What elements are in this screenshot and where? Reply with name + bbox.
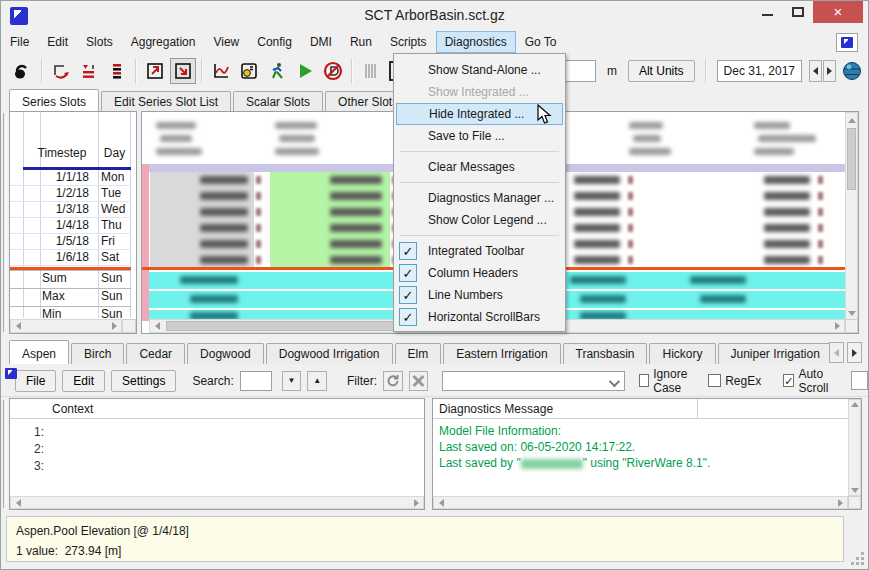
scroll-left-button[interactable] (150, 320, 164, 332)
filter-refresh-button[interactable] (383, 371, 403, 391)
menu-view[interactable]: View (204, 31, 248, 53)
ignore-case-checkbox[interactable] (639, 374, 649, 387)
summary-label[interactable]: Max (42, 289, 65, 303)
timestep-cell[interactable]: 1/3/18 (40, 202, 94, 216)
menu-item-line-numbers[interactable]: ✓Line Numbers (394, 284, 565, 306)
timestep-cell[interactable]: 1/6/18 (40, 250, 94, 264)
menu-scripts[interactable]: Scripts (381, 31, 436, 53)
tab-birch[interactable]: Birch (71, 343, 124, 364)
tab-hickory[interactable]: Hickory (649, 343, 715, 364)
scroll-left-button[interactable] (11, 497, 25, 508)
run-control-button[interactable] (264, 58, 290, 84)
scrollbar-thumb[interactable] (166, 321, 428, 331)
summary-row[interactable]: SumSun (10, 270, 131, 288)
regex-checkbox[interactable] (708, 374, 721, 387)
day-column-header[interactable]: Day (98, 146, 131, 160)
search-down-button[interactable]: ▼ (282, 371, 302, 391)
filter-clear-button[interactable] (409, 371, 429, 391)
open-slot-button[interactable] (142, 58, 168, 84)
scroll-up-button[interactable] (846, 113, 857, 127)
search-input[interactable] (240, 371, 272, 391)
menu-item-diagnostics-manager[interactable]: Diagnostics Manager ... (394, 187, 565, 209)
minimize-button[interactable] (753, 1, 783, 23)
plot-button[interactable] (208, 58, 234, 84)
scroll-left-button[interactable] (434, 497, 448, 508)
menu-config[interactable]: Config (248, 31, 301, 53)
tab-aspen[interactable]: Aspen (9, 340, 69, 364)
tab-dogwood-irrigation[interactable]: Dogwood Irrigation (266, 343, 393, 364)
menu-aggregation[interactable]: Aggregation (122, 31, 205, 53)
context-header-label[interactable]: Context (52, 402, 93, 416)
lock-button[interactable] (10, 58, 36, 84)
menu-file[interactable]: File (1, 31, 38, 53)
menu-item-clear-messages[interactable]: Clear Messages (394, 156, 565, 178)
stop-run-button[interactable] (320, 58, 346, 84)
menu-item-column-headers[interactable]: ✓Column Headers (394, 262, 565, 284)
sct-dialog-button[interactable] (236, 58, 262, 84)
close-button[interactable]: × (813, 1, 863, 23)
swap-rows-button[interactable] (48, 58, 74, 84)
tab-series-slots[interactable]: Series Slots (9, 89, 99, 111)
tab-elm[interactable]: Elm (395, 343, 442, 364)
menu-goto[interactable]: Go To (516, 31, 566, 53)
globe-icon[interactable] (842, 61, 862, 81)
menu-edit[interactable]: Edit (38, 31, 77, 53)
timestep-column-header[interactable]: Timestep (24, 146, 100, 160)
menu-item-show-stand-alone[interactable]: Show Stand-Alone ... (394, 59, 565, 81)
horizontal-scrollbar[interactable] (433, 496, 848, 509)
regex-option[interactable]: RegEx (708, 374, 761, 388)
menu-item-horizontal-scrollbars[interactable]: ✓Horizontal ScrollBars (394, 306, 565, 328)
date-field[interactable]: Dec 31, 2017 (717, 60, 802, 82)
message-header-label[interactable]: Diagnostics Message (439, 402, 553, 416)
timestep-cell[interactable]: 1/1/18 (40, 170, 94, 184)
scroll-right-button[interactable] (107, 320, 121, 332)
diag-edit-button[interactable]: Edit (62, 370, 105, 392)
scrollbar-thumb[interactable] (847, 128, 856, 190)
summary-row[interactable]: MaxSun (10, 288, 131, 306)
riverware-logo-button[interactable] (851, 371, 868, 390)
scroll-right-button[interactable] (409, 497, 423, 508)
scroll-left-button[interactable] (11, 320, 25, 332)
tab-eastern-irrigation[interactable]: Eastern Irrigation (443, 343, 560, 364)
splitter[interactable] (3, 113, 7, 332)
title-bar[interactable]: SCT ArborBasin.sct.gz × (1, 1, 868, 31)
table-row[interactable]: 1/3/18Wed (10, 202, 131, 218)
timestep-cell[interactable]: 1/2/18 (40, 186, 94, 200)
ignore-case-option[interactable]: Ignore Case (639, 367, 702, 395)
menu-dmi[interactable]: DMI (301, 31, 341, 53)
timestep-cell[interactable]: 1/5/18 (40, 234, 94, 248)
scroll-right-button[interactable] (833, 497, 847, 508)
menu-item-integrated-toolbar[interactable]: ✓Integrated Toolbar (394, 240, 565, 262)
menu-item-show-color-legend[interactable]: Show Color Legend ... (394, 209, 565, 231)
alt-units-button[interactable]: Alt Units (628, 60, 695, 82)
scroll-down-button[interactable] (849, 488, 860, 493)
scroll-down-button[interactable] (846, 306, 857, 320)
start-run-button[interactable] (292, 58, 318, 84)
vertical-scrollbar[interactable] (848, 399, 861, 496)
menu-diagnostics[interactable]: Diagnostics (436, 31, 516, 53)
tab-scroll-left-button[interactable] (829, 342, 844, 363)
table-row[interactable]: 1/5/18Fri (10, 234, 131, 250)
resize-grip[interactable] (850, 551, 864, 565)
scroll-right-button[interactable] (830, 320, 844, 332)
tab-edit-series-slot-list[interactable]: Edit Series Slot List (101, 91, 231, 111)
riverware-logo-button[interactable] (836, 33, 858, 52)
horizontal-scrollbar[interactable] (10, 496, 424, 509)
auto-scroll-checkbox[interactable]: ✓ (783, 374, 794, 387)
horizontal-scrollbar[interactable] (10, 319, 122, 333)
stacked-rows-button[interactable] (104, 58, 130, 84)
summary-label[interactable]: Sum (42, 271, 67, 285)
diag-file-button[interactable]: File (15, 370, 56, 392)
tab-juniper-irrigation[interactable]: Juniper Irrigation (718, 343, 830, 364)
search-up-button[interactable]: ▲ (307, 371, 327, 391)
tab-scroll-right-button[interactable] (847, 342, 862, 363)
vertical-scrollbar[interactable] (845, 112, 858, 321)
date-prev-button[interactable] (809, 60, 822, 82)
auto-scroll-option[interactable]: ✓ Auto Scroll (783, 367, 840, 395)
table-row[interactable]: 1/2/18Tue (10, 186, 131, 202)
tab-cedar[interactable]: Cedar (126, 343, 185, 364)
goto-slot-button[interactable] (170, 58, 196, 84)
tab-dogwood[interactable]: Dogwood (187, 343, 264, 364)
tab-transbasin[interactable]: Transbasin (563, 343, 648, 364)
table-row[interactable]: 1/4/18Thu (10, 218, 131, 234)
